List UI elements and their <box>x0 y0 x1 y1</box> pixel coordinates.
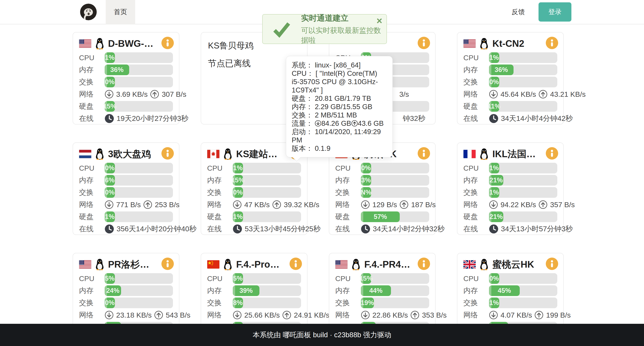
network-label: 网络 <box>335 200 361 210</box>
swap-progress-fill: 0% <box>105 77 115 87</box>
linux-penguin-icon <box>479 259 489 270</box>
upload-arrow-icon <box>410 310 419 320</box>
tooltip-label: CPU： <box>292 70 316 77</box>
upload-speed: 357 B/s <box>550 200 574 209</box>
uptime-row: 在线 53天13小时45分钟25秒 <box>207 224 301 234</box>
network-value-fragment: 3/s <box>399 90 409 98</box>
info-icon[interactable] <box>290 258 302 270</box>
download-speed: 23.18 KB/s <box>116 311 152 319</box>
memory-progress-fill: 36% <box>105 64 129 75</box>
swap-label: 交换 <box>207 298 233 308</box>
tooltip-row: 启动： 10/14/2020, 11:49:29 PM <box>292 128 387 144</box>
uptime-text: 34天14小时4分钟42秒 <box>501 114 573 124</box>
memory-row: 内存 45% <box>463 285 557 296</box>
uptime-label: 在线 <box>207 224 233 234</box>
network-label: 网络 <box>463 89 489 99</box>
swap-progress-fill: 1% <box>489 298 499 308</box>
download-speed: 45.64 KB/s <box>500 90 536 98</box>
swap-label: 交换 <box>463 298 489 308</box>
memory-progress-fill: 15% <box>233 175 243 186</box>
network-row: 网络 3.69 KB/s 307 B/s <box>79 89 173 100</box>
swap-label: 交换 <box>335 298 361 308</box>
cpu-row: CPU 0% <box>463 273 557 284</box>
brand-logo[interactable] <box>80 4 97 20</box>
linux-penguin-icon <box>223 148 233 160</box>
uptime-label: 在线 <box>79 224 105 234</box>
upload-arrow-icon <box>272 200 281 209</box>
upload-arrow-icon <box>150 90 159 99</box>
disk-row: 硬盘 1% <box>207 212 301 222</box>
disk-label: 硬盘 <box>463 212 489 222</box>
memory-label: 内存 <box>79 175 105 185</box>
realtime-toast: 实时通道建立 可以实时获取最新监控数据啦 × <box>262 14 387 44</box>
uptime-value: 53天13小时45分钟25秒 <box>233 224 320 234</box>
close-icon[interactable]: × <box>376 16 382 26</box>
upload-speed: 307 B/s <box>162 90 186 98</box>
info-icon[interactable] <box>418 258 430 270</box>
feedback-link[interactable]: 反馈 <box>512 8 525 16</box>
login-button[interactable]: 登录 <box>538 2 572 22</box>
memory-row: 内存 36% <box>79 64 173 75</box>
swap-row: 交换 0% <box>79 187 173 198</box>
upload-arrow-icon <box>351 120 358 127</box>
ca-flag-icon <box>207 150 220 158</box>
info-icon[interactable] <box>546 37 558 49</box>
info-icon[interactable] <box>162 147 174 160</box>
memory-progress-bar: 39% <box>233 285 301 296</box>
server-card: Kt-CN2 CPU 1% 内存 36% 交换 0% 网络 45.64 KB/s <box>457 32 564 124</box>
network-value: 45.64 KB/s 43.21 KB/s <box>489 90 586 99</box>
info-icon[interactable] <box>418 147 430 160</box>
network-row: 网络 22.86 KB/s 353 B/s <box>335 310 429 320</box>
network-row: 网络 45.64 KB/s 43.21 KB/s <box>463 89 557 100</box>
network-label: 网络 <box>207 310 233 320</box>
memory-progress-fill: 21% <box>489 175 503 186</box>
download-arrow-icon <box>105 310 114 320</box>
memory-label: 内存 <box>207 175 233 185</box>
info-icon[interactable] <box>162 37 174 49</box>
cpu-progress-fill: 0% <box>105 163 115 174</box>
info-icon[interactable] <box>162 258 174 270</box>
network-value: 129 B/s 187 B/s <box>361 200 436 209</box>
swap-row: 交换 19% <box>335 298 429 308</box>
swap-label: 交换 <box>463 77 489 87</box>
upload-arrow-icon <box>143 200 152 209</box>
swap-label: 交换 <box>79 77 105 87</box>
memory-progress-fill: 6% <box>105 175 115 186</box>
info-icon[interactable] <box>546 147 558 160</box>
linux-penguin-icon <box>95 148 105 160</box>
footer-text-suffix: build · c23b88b 强力驱动 <box>311 330 392 340</box>
disk-row: 硬盘 57% <box>335 212 429 222</box>
disk-label: 硬盘 <box>79 102 105 111</box>
uptime-row: 在线 19天20小时27分钟3秒 <box>79 113 173 124</box>
memory-label: 内存 <box>335 175 361 185</box>
download-arrow-icon <box>105 200 114 209</box>
download-speed: 25.66 KB/s <box>244 311 280 319</box>
swap-row: 交换 N% <box>335 187 429 198</box>
info-icon[interactable] <box>418 37 430 49</box>
network-value: 94.22 KB/s 357 B/s <box>489 200 575 209</box>
server-name: 蜜桃云HK <box>492 258 534 271</box>
swap-row: 交换 0% <box>79 298 173 308</box>
nav-tab-home[interactable]: 首页 <box>106 0 135 24</box>
cpu-progress-bar: 0% <box>489 273 557 284</box>
upload-arrow-icon <box>154 310 163 320</box>
tooltip-row: 系统： linux- [x86_64] <box>292 61 387 69</box>
info-icon[interactable] <box>546 258 558 270</box>
us-flag-icon <box>335 260 348 269</box>
cpu-progress-fill: 0% <box>361 163 371 174</box>
memory-label: 内存 <box>463 65 489 75</box>
disk-label: 硬盘 <box>207 212 233 222</box>
cpu-progress-bar: 1% <box>489 163 557 174</box>
network-label: 网络 <box>79 200 105 210</box>
nezha-panel-link[interactable]: 哪吒面板 <box>283 330 311 340</box>
cpu-progress-fill: 1% <box>233 163 243 174</box>
memory-progress-bar: 44% <box>361 285 429 296</box>
network-label: 网络 <box>463 200 489 210</box>
server-card: D-BWG-闲置 CPU 1% 内存 36% 交换 0% 网络 3.69 KB/… <box>72 32 179 124</box>
uptime-value: 356天14小时20分钟40秒 <box>105 224 196 234</box>
cpu-row: CPU 5% <box>79 273 173 284</box>
uptime-label: 在线 <box>79 114 105 124</box>
download-arrow-icon <box>489 200 498 209</box>
cpu-progress-bar: 5% <box>105 273 173 284</box>
uptime-row: 在线 34天14小时4分钟42秒 <box>463 113 557 124</box>
